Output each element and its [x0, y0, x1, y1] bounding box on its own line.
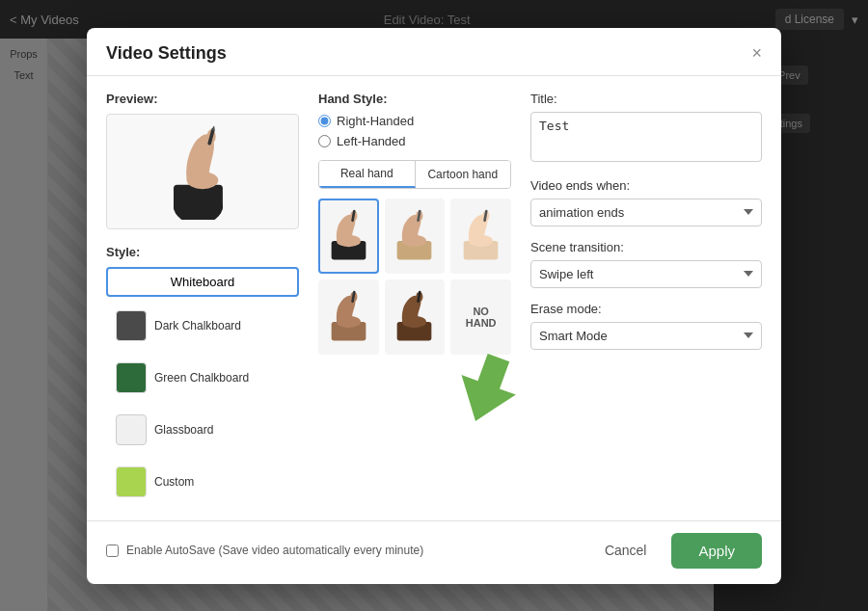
hand-option-2[interactable] [385, 199, 446, 274]
right-handed-radio[interactable] [318, 115, 331, 127]
hand-3-svg [459, 208, 502, 264]
tab-cartoon-hand[interactable]: Cartoon hand [416, 161, 511, 188]
cancel-button[interactable]: Cancel [589, 535, 663, 566]
autosave-checkbox[interactable] [106, 545, 119, 557]
style-options: Whiteboard Dark Chalkboard Green Chalkbo… [106, 267, 299, 505]
video-ends-group: Video ends when: animation ends manual s… [530, 178, 762, 226]
erase-mode-label: Erase mode: [530, 302, 762, 316]
no-hand-label: NOHAND [466, 306, 497, 329]
hand-thumb-inner-2 [387, 200, 444, 272]
hand-thumb-inner-5 [387, 281, 444, 353]
apply-button[interactable]: Apply [671, 533, 762, 569]
style-green-chalkboard[interactable]: Green Chalkboard [106, 355, 299, 401]
hand-style-label: Hand Style: [318, 92, 511, 106]
col-settings: Title: Test Video ends when: animation e… [530, 92, 762, 505]
title-field-group: Title: Test [530, 92, 762, 165]
col-hand-style: Hand Style: Right-Handed Left-Handed Rea… [318, 92, 511, 505]
dark-chalkboard-swatch [116, 310, 147, 341]
autosave-checkbox-label[interactable]: Enable AutoSave (Save video automaticall… [106, 544, 423, 557]
modal-title: Video Settings [106, 43, 227, 64]
video-ends-label: Video ends when: [530, 178, 762, 193]
hand-option-1[interactable] [318, 199, 379, 274]
left-handed-radio[interactable] [318, 135, 331, 147]
hand-1-svg [327, 208, 370, 264]
hand-thumb-inner-3 [452, 200, 509, 272]
autosave-text: Enable AutoSave (Save video automaticall… [126, 544, 423, 557]
footer-actions: Cancel Apply [589, 533, 762, 569]
glassboard-swatch [116, 414, 147, 445]
custom-swatch [116, 466, 147, 497]
close-button[interactable]: × [751, 44, 762, 62]
style-whiteboard[interactable]: Whiteboard [106, 267, 299, 297]
hand-option-no-hand[interactable]: NOHAND [450, 279, 511, 355]
hand-5-svg [393, 289, 436, 345]
green-chalkboard-swatch [116, 362, 147, 393]
erase-mode-group: Erase mode: Smart Mode Standard None [530, 302, 762, 350]
style-label: Style: [106, 245, 299, 259]
modal-overlay: Video Settings × Preview: [0, 0, 868, 611]
scene-transition-group: Scene transition: Swipe left Swipe right… [530, 240, 762, 288]
preview-hand-svg [164, 123, 241, 220]
style-custom[interactable]: Custom [106, 459, 299, 505]
hand-option-3[interactable] [450, 199, 511, 274]
right-handed-option[interactable]: Right-Handed [318, 114, 511, 128]
hand-option-5[interactable] [385, 279, 446, 355]
handedness-group: Right-Handed Left-Handed [318, 114, 511, 148]
col-preview-style: Preview: [106, 92, 299, 505]
scene-transition-select[interactable]: Swipe left Swipe right Fade None [530, 260, 762, 288]
hand-tab-bar: Real hand Cartoon hand [318, 160, 511, 189]
hand-thumb-inner-1 [320, 200, 377, 272]
svg-marker-26 [448, 347, 526, 430]
modal-body: Preview: [87, 76, 781, 520]
tab-real-hand[interactable]: Real hand [319, 161, 416, 188]
title-field-label: Title: [530, 92, 762, 106]
green-chalkboard-label: Green Chalkboard [154, 371, 249, 385]
style-glassboard[interactable]: Glassboard [106, 407, 299, 453]
modal-footer: Enable AutoSave (Save video automaticall… [87, 520, 781, 584]
hand-4-svg [327, 289, 370, 345]
glassboard-label: Glassboard [154, 423, 213, 437]
modal-header: Video Settings × [87, 28, 781, 76]
video-settings-modal: Video Settings × Preview: [87, 28, 781, 584]
title-textarea[interactable]: Test [530, 112, 762, 162]
erase-mode-select[interactable]: Smart Mode Standard None [530, 322, 762, 350]
video-ends-select[interactable]: animation ends manual stop [530, 199, 762, 226]
hand-thumb-inner-no-hand: NOHAND [452, 281, 509, 353]
style-dark-chalkboard[interactable]: Dark Chalkboard [106, 303, 299, 349]
scene-transition-label: Scene transition: [530, 240, 762, 254]
preview-label: Preview: [106, 92, 299, 106]
hand-2-svg [393, 208, 436, 264]
left-handed-label: Left-Handed [337, 134, 406, 148]
right-handed-label: Right-Handed [337, 114, 414, 128]
preview-box [106, 114, 299, 229]
hand-grid: NOHAND [318, 199, 511, 356]
dark-chalkboard-label: Dark Chalkboard [154, 319, 241, 332]
left-handed-option[interactable]: Left-Handed [318, 134, 511, 148]
hand-thumb-inner-4 [320, 281, 377, 353]
whiteboard-label: Whiteboard [116, 275, 289, 289]
hand-option-4[interactable] [318, 279, 379, 355]
custom-label: Custom [154, 475, 194, 489]
